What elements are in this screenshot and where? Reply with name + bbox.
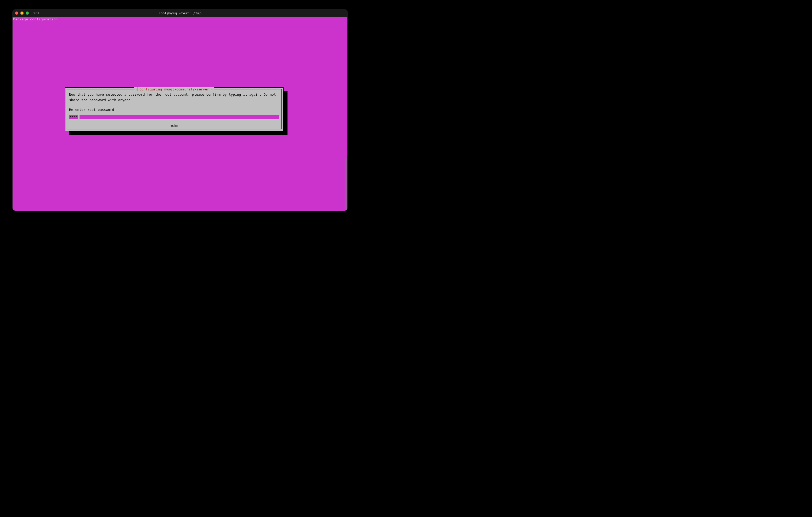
password-input[interactable]: **** [69,115,280,119]
config-dialog: ┤ Configuring mysql-community-server ├ N… [65,87,284,131]
dialog-inner-border: ┤ Configuring mysql-community-server ├ N… [67,89,282,129]
title-bracket-right: ├ [210,87,212,91]
scrollbar[interactable] [345,158,347,210]
traffic-lights [15,11,29,14]
ok-button[interactable]: <Ok> [69,123,280,129]
title-bracket-left: ┤ [136,87,138,91]
terminal-content: Package configuration ┤ Configuring mysq… [12,17,347,211]
terminal-window: ⌥⌘1 root@mysql-test: /tmp Package config… [12,9,347,211]
dialog-prompt: Re-enter root password: [69,107,280,113]
dialog-instruction: Now that you have selected a password fo… [69,92,280,103]
dialog-title: Configuring mysql-community-server [139,87,209,91]
tab-indicator: ⌥⌘1 [33,11,39,15]
package-config-header: Package configuration [13,17,58,21]
window-title: root@mysql-test: /tmp [158,11,201,15]
close-icon[interactable] [15,11,18,14]
titlebar: ⌥⌘1 root@mysql-test: /tmp [12,9,347,17]
minimize-icon[interactable] [21,11,24,14]
maximize-icon[interactable] [26,11,29,14]
dialog-title-wrap: ┤ Configuring mysql-community-server ├ [134,87,214,91]
password-masked-value: **** [69,115,78,120]
text-cursor-icon [78,115,80,119]
dialog-body: Now that you have selected a password fo… [67,89,282,131]
